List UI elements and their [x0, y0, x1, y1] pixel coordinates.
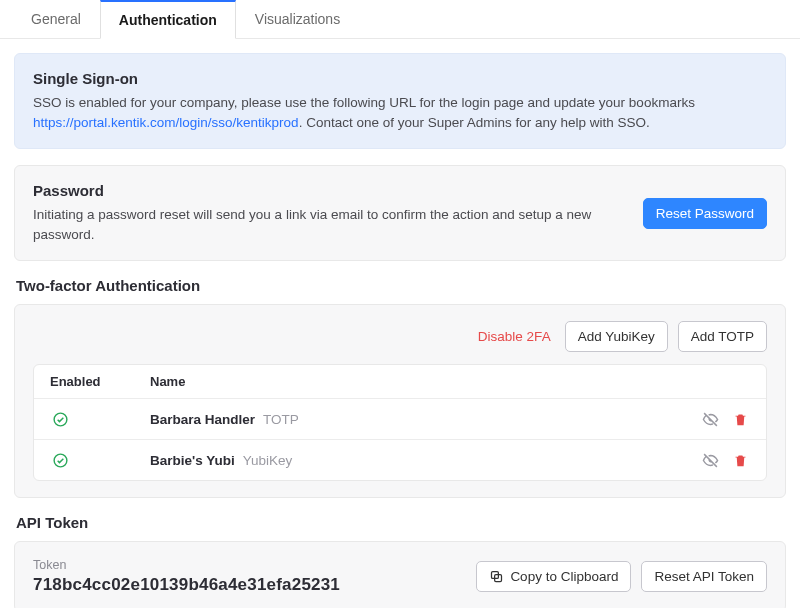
tab-general[interactable]: General: [12, 0, 100, 38]
trash-icon[interactable]: [730, 409, 750, 429]
svg-point-0: [54, 413, 67, 426]
tabs-bar: General Authentication Visualizations: [0, 0, 800, 39]
tfa-panel: Disable 2FA Add YubiKey Add TOTP Enabled…: [14, 304, 786, 498]
sso-title: Single Sign-on: [33, 70, 767, 87]
check-circle-icon: [50, 409, 70, 429]
sso-desc-suffix: . Contact one of your Super Admins for a…: [299, 115, 650, 130]
reset-api-token-button[interactable]: Reset API Token: [641, 561, 767, 592]
tfa-item-type: YubiKey: [243, 453, 293, 468]
api-token-panel: Token 718bc4cc02e10139b46a4e31efa25231 C…: [14, 541, 786, 608]
add-yubikey-button[interactable]: Add YubiKey: [565, 321, 668, 352]
tab-authentication[interactable]: Authentication: [100, 0, 236, 39]
tfa-table-header: Enabled Name: [34, 365, 766, 399]
api-token-heading: API Token: [16, 514, 786, 531]
sso-panel: Single Sign-on SSO is enabled for your c…: [14, 53, 786, 149]
tab-visualizations[interactable]: Visualizations: [236, 0, 359, 38]
tfa-row: Barbie's Yubi YubiKey: [34, 440, 766, 480]
eye-off-icon[interactable]: [700, 450, 720, 470]
sso-url-link[interactable]: https://portal.kentik.com/login/sso/kent…: [33, 115, 299, 130]
disable-2fa-link[interactable]: Disable 2FA: [478, 329, 551, 344]
sso-desc-prefix: SSO is enabled for your company, please …: [33, 95, 695, 110]
tfa-table: Enabled Name Barbara Handler TOTP: [33, 364, 767, 481]
tfa-row: Barbara Handler TOTP: [34, 399, 766, 440]
password-description: Initiating a password reset will send yo…: [33, 205, 623, 244]
copy-button-label: Copy to Clipboard: [510, 569, 618, 584]
tfa-heading: Two-factor Authentication: [16, 277, 786, 294]
col-header-name: Name: [150, 374, 750, 389]
sso-description: SSO is enabled for your company, please …: [33, 93, 767, 132]
eye-off-icon[interactable]: [700, 409, 720, 429]
trash-icon[interactable]: [730, 450, 750, 470]
token-value: 718bc4cc02e10139b46a4e31efa25231: [33, 575, 340, 595]
check-circle-icon: [50, 450, 70, 470]
tfa-item-name: Barbara Handler: [150, 412, 255, 427]
svg-point-1: [54, 454, 67, 467]
tfa-item-type: TOTP: [263, 412, 299, 427]
tfa-item-name: Barbie's Yubi: [150, 453, 235, 468]
password-title: Password: [33, 182, 623, 199]
token-label: Token: [33, 558, 340, 572]
col-header-enabled: Enabled: [50, 374, 150, 389]
password-panel: Password Initiating a password reset wil…: [14, 165, 786, 261]
add-totp-button[interactable]: Add TOTP: [678, 321, 767, 352]
copy-icon: [489, 569, 504, 584]
reset-password-button[interactable]: Reset Password: [643, 198, 767, 229]
copy-to-clipboard-button[interactable]: Copy to Clipboard: [476, 561, 631, 592]
